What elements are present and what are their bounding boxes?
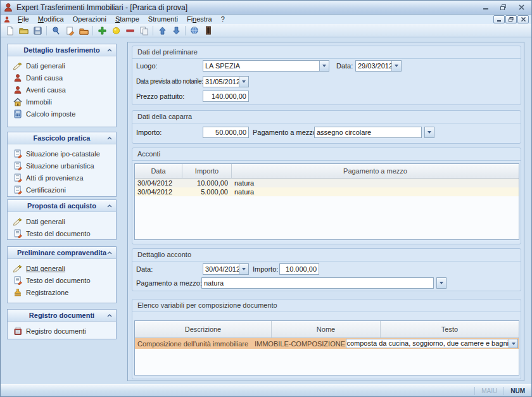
pagamento-acconto-input[interactable]: natura bbox=[201, 277, 434, 289]
dropdown-button[interactable] bbox=[319, 61, 329, 71]
sidebar-item-preliminare-testo-documento[interactable]: Testo del documento bbox=[8, 274, 116, 286]
importo-caparra-label: Importo: bbox=[136, 127, 162, 138]
toolbar-separator bbox=[185, 26, 186, 35]
acconti-row[interactable]: 30/04/2012 10.000,00 natura bbox=[135, 179, 519, 187]
sidebar-item-label: Immobili bbox=[26, 98, 52, 106]
sidebar-item-situazione-urbanistica[interactable]: Situazione urbanistica bbox=[8, 160, 116, 172]
sidebar-item-label: Registro documenti bbox=[26, 327, 86, 335]
sidebar-item-registrazione[interactable]: Registrazione bbox=[8, 286, 116, 298]
close-icon[interactable] bbox=[516, 4, 526, 11]
menu-stampe[interactable]: Stampe bbox=[111, 15, 144, 24]
mdi-close-icon[interactable] bbox=[517, 15, 529, 23]
column-header-testo[interactable]: Testo bbox=[381, 321, 519, 337]
sidebar-item-certificazioni[interactable]: Certificazioni bbox=[8, 184, 116, 196]
data-acconto-combo[interactable]: 30/04/2012 bbox=[203, 263, 249, 275]
restore-icon[interactable] bbox=[498, 4, 509, 11]
testo-value: composta da cucina, soggiorno, due camer… bbox=[346, 339, 509, 348]
mdi-restore-icon[interactable] bbox=[505, 15, 517, 23]
group-elenco-variabili: Elenco variabili per composizione docume… bbox=[132, 299, 521, 379]
app-icon bbox=[3, 3, 13, 13]
delete-button[interactable] bbox=[123, 25, 137, 37]
menu-file[interactable]: File bbox=[13, 15, 34, 24]
cell-importo: 5.000,00 bbox=[182, 188, 232, 196]
section-header-preliminare-compravendita[interactable]: Preliminare compravendita bbox=[8, 247, 116, 259]
add-button[interactable] bbox=[95, 25, 109, 37]
group-dati-preliminare: Dati del preliminare Luogo: LA SPEZIA Da… bbox=[132, 46, 521, 105]
dropdown-button[interactable] bbox=[391, 61, 401, 71]
mdi-minimize-icon[interactable] bbox=[493, 15, 505, 23]
menu-operazioni[interactable]: Operazioni bbox=[68, 15, 111, 24]
move-down-button[interactable] bbox=[169, 25, 183, 37]
sidebar-item-preliminare-dati-generali[interactable]: Dati generali bbox=[8, 262, 116, 274]
atto-notarile-combo[interactable]: 31/05/2012 bbox=[203, 76, 249, 87]
sidebar-item-immobili[interactable]: Immobili bbox=[8, 96, 116, 108]
column-header-importo[interactable]: Importo bbox=[182, 164, 232, 178]
sidebar-section-fascicolo-pratica: Fascicolo pratica Situazione ipo-catasta… bbox=[7, 132, 117, 197]
menu-modifica[interactable]: Modifica bbox=[34, 15, 68, 24]
luogo-value: LA SPEZIA bbox=[203, 61, 319, 71]
column-header-pagamento[interactable]: Pagamento a mezzo bbox=[232, 164, 519, 178]
paste-button[interactable] bbox=[77, 25, 91, 37]
menu-finestra[interactable]: Finestra bbox=[182, 15, 217, 24]
testo-combo[interactable]: composta da cucina, soggiorno, due camer… bbox=[346, 339, 518, 348]
menu-help[interactable]: ? bbox=[217, 15, 229, 24]
dropdown-button[interactable] bbox=[239, 264, 248, 274]
attach-button[interactable] bbox=[49, 25, 63, 37]
luogo-combo[interactable]: LA SPEZIA bbox=[203, 60, 329, 72]
column-header-descrizione[interactable]: Descrizione bbox=[135, 321, 272, 337]
exit-button[interactable] bbox=[201, 25, 215, 37]
data-preliminare-combo[interactable]: 29/03/2012 bbox=[355, 60, 402, 72]
variabili-row[interactable]: Composizione dell'unità immobiliare IMMO… bbox=[135, 338, 519, 349]
application-window: Expert Trasferimenti Immobiliari - [Prar… bbox=[0, 0, 532, 397]
pagamento-acconto-dropdown-button[interactable] bbox=[436, 277, 446, 289]
prezzo-pattuito-input[interactable]: 140.000,00 bbox=[203, 91, 249, 102]
pagamento-caparra-dropdown-button[interactable] bbox=[424, 127, 434, 138]
window-controls bbox=[481, 4, 531, 11]
new-button[interactable] bbox=[3, 25, 16, 37]
menu-strumenti[interactable]: Strumenti bbox=[144, 15, 182, 24]
acconti-row[interactable]: 30/04/2012 5.000,00 natura bbox=[135, 187, 519, 196]
group-dati-caparra: Dati della caparra Importo: 50.000,00 Pa… bbox=[132, 110, 521, 144]
column-header-nome[interactable]: Nome bbox=[272, 321, 381, 337]
dropdown-button[interactable] bbox=[509, 339, 517, 348]
sidebar-item-proposta-dati-generali[interactable]: Dati generali bbox=[8, 215, 116, 227]
move-up-button[interactable] bbox=[155, 25, 169, 37]
sidebar-item-registro-documenti[interactable]: Registro documenti bbox=[8, 325, 116, 337]
pencil-write-icon bbox=[13, 217, 22, 226]
add-icon bbox=[98, 27, 106, 35]
section-header-dettaglio-trasferimento[interactable]: Dettaglio trasferimento bbox=[8, 44, 116, 56]
cell-data: 30/04/2012 bbox=[135, 179, 182, 187]
menu-bar: File Modifica Operazioni Stampe Strument… bbox=[1, 15, 531, 24]
edit-document-button[interactable] bbox=[63, 25, 77, 37]
duplicate-button[interactable] bbox=[137, 25, 151, 37]
cell-pagamento: natura bbox=[232, 179, 519, 187]
help-button[interactable] bbox=[187, 25, 201, 37]
pagamento-caparra-input[interactable]: assegno circolare bbox=[314, 127, 422, 138]
dropdown-button[interactable] bbox=[239, 77, 248, 87]
sidebar-item-dati-generali[interactable]: Dati generali bbox=[8, 60, 116, 72]
importo-acconto-input[interactable]: 10.000,00 bbox=[279, 263, 319, 275]
sidebar-item-atti-di-provenienza[interactable]: Atti di provenienza bbox=[8, 172, 116, 184]
sidebar-item-danti-causa[interactable]: Danti causa bbox=[8, 72, 116, 84]
sidebar-item-situazione-ipo-catastale[interactable]: Situazione ipo-catastale bbox=[8, 148, 116, 160]
help-globe-icon bbox=[190, 26, 199, 35]
variabili-grid: Descrizione Nome Testo Composizione dell… bbox=[134, 320, 519, 375]
attach-icon bbox=[51, 26, 61, 35]
cell-data: 30/04/2012 bbox=[135, 188, 182, 196]
section-header-fascicolo-pratica[interactable]: Fascicolo pratica bbox=[8, 132, 116, 144]
save-button[interactable] bbox=[30, 25, 44, 37]
sidebar-section-preliminare-compravendita: Preliminare compravendita Dati generali … bbox=[7, 246, 117, 303]
modify-button[interactable] bbox=[109, 25, 123, 37]
section-header-proposta-di-acquisto[interactable]: Proposta di acquisto bbox=[8, 200, 116, 212]
paste-icon bbox=[79, 26, 89, 35]
importo-acconto-label: Importo: bbox=[253, 263, 278, 275]
column-header-data[interactable]: Data bbox=[135, 164, 182, 178]
open-button[interactable] bbox=[16, 25, 30, 37]
minimize-icon[interactable] bbox=[481, 4, 491, 11]
importo-caparra-input[interactable]: 50.000,00 bbox=[203, 127, 249, 138]
sidebar-item-calcolo-imposte[interactable]: Calcolo imposte bbox=[8, 108, 116, 120]
sidebar-item-aventi-causa[interactable]: Aventi causa bbox=[8, 84, 116, 96]
section-header-registro-documenti[interactable]: Registro documenti bbox=[8, 310, 116, 322]
move-up-icon bbox=[158, 27, 167, 35]
sidebar-item-proposta-testo-documento[interactable]: Testo del documento bbox=[8, 227, 116, 239]
